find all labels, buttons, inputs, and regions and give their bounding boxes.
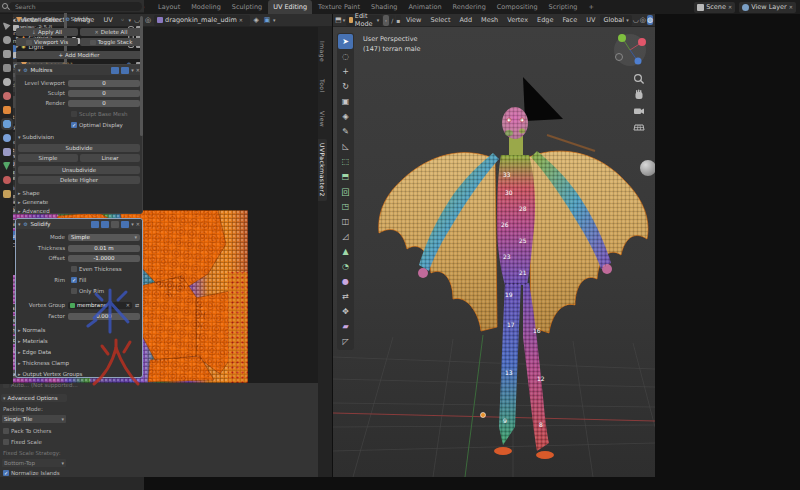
perspective-toggle-icon[interactable] [633, 121, 645, 133]
proportional-editing-icon[interactable]: ◎ [640, 15, 646, 25]
normalize-islands-checkbox[interactable]: ✓Normalize Islands [0, 470, 60, 476]
spin-tool[interactable]: ◔ [338, 259, 353, 274]
breadcrumb-modifier[interactable]: Solidify [71, 16, 91, 22]
tab-texture[interactable] [3, 190, 11, 198]
cursor-tool[interactable]: ◌ [338, 49, 353, 64]
normals-section[interactable]: ▸Normals [18, 326, 140, 334]
pack-to-others-checkbox[interactable]: Pack To Others [0, 428, 51, 434]
workspace-tab-uv-editing[interactable]: UV Editing [268, 0, 312, 14]
navigation-gizmo[interactable] [613, 33, 647, 67]
rim-fill-checkbox[interactable]: ✓Fill [68, 277, 86, 283]
display-render-toggle[interactable] [121, 221, 129, 228]
thickness-clamp-section[interactable]: ▸Thickness Clamp [18, 359, 140, 367]
mode-dropdown[interactable]: Edit Mode ▾ [346, 15, 382, 26]
tab-render[interactable] [3, 36, 11, 44]
level-viewport-field[interactable]: 0 [68, 80, 140, 87]
pan-hand-icon[interactable] [633, 89, 645, 101]
tab-constraints[interactable] [3, 148, 11, 156]
viewport-canvas[interactable]: 33 30 28 26 25 23 21 19 17 16 13 12 9 8 [333, 27, 655, 477]
workspace-tab-compositing[interactable]: Compositing [492, 0, 543, 14]
viewport-vis-button[interactable]: Viewport Vis [16, 38, 78, 46]
advanced-options-header[interactable]: ▾Advanced Options [1, 394, 67, 402]
rotate-tool[interactable]: ↻ [338, 79, 353, 94]
unlink-scene-icon[interactable]: ✕ [728, 5, 732, 10]
select-mode-face-button[interactable]: ▪ [396, 15, 401, 26]
transform-tool[interactable]: ◈ [338, 109, 353, 124]
advanced-section[interactable]: ▸Advanced [18, 207, 140, 215]
camera-view-icon[interactable] [633, 105, 645, 117]
scene-selector[interactable]: Scene ✕ [694, 2, 735, 13]
vp-menu-view[interactable]: View [402, 16, 425, 24]
select-mode-vertex-button[interactable]: · [383, 15, 388, 26]
materials-section[interactable]: ▸Materials [18, 337, 140, 345]
transform-orientation-dropdown[interactable]: Global ▾ [600, 15, 631, 26]
unsubdivide-button[interactable]: Unsubdivide [18, 166, 140, 174]
workspace-tab-modeling[interactable]: Modeling [186, 0, 226, 14]
image-settings-icon[interactable]: ▣ [262, 15, 272, 25]
unlink-image-icon[interactable]: ✕ [239, 18, 243, 23]
offset-field[interactable]: -1.0000 [68, 255, 140, 262]
multires-header[interactable]: ▾ ⚙ Multires ▾ ✕ [16, 65, 142, 75]
edit-mode-toggle[interactable] [91, 221, 99, 228]
extrude-region-tool[interactable]: ⬒ [338, 169, 353, 184]
vp-menu-face[interactable]: Face [558, 16, 581, 24]
sidebar-tab-image[interactable]: Image [318, 37, 327, 66]
subdivide-simple-button[interactable]: Simple [18, 154, 78, 162]
solidify-header[interactable]: ▾ ⚙ Solidify ▾ ✕ [16, 219, 142, 229]
add-workspace-button[interactable]: + [583, 0, 598, 14]
delete-higher-button[interactable]: Delete Higher [18, 176, 140, 184]
editor-type-3d-icon[interactable]: ⬒ [335, 15, 342, 25]
scale-tool[interactable]: ▣ [338, 94, 353, 109]
remove-view-layer-icon[interactable]: ✕ [789, 5, 793, 10]
knife-tool[interactable]: ◿ [338, 229, 353, 244]
extras-menu-icon[interactable]: ▾ [131, 222, 134, 227]
generate-section[interactable]: ▸Generate [18, 198, 140, 206]
packing-mode-dropdown[interactable]: Single Tile▾ [2, 415, 66, 423]
tab-world[interactable] [3, 92, 11, 100]
edge-data-section[interactable]: ▸Edge Data [18, 348, 140, 356]
tab-tool[interactable] [3, 22, 11, 30]
shear-tool[interactable]: ▰ [338, 319, 353, 334]
display-viewport-toggle[interactable] [111, 67, 119, 74]
display-viewport-toggle[interactable] [111, 221, 119, 228]
tweak-tool[interactable]: ➤ [338, 34, 353, 49]
snap-magnet-icon[interactable]: ◡ [633, 15, 639, 25]
add-modifier-button[interactable]: +Add Modifier [16, 51, 142, 59]
tab-material[interactable] [3, 176, 11, 184]
properties-search-input[interactable] [9, 2, 142, 11]
proportional-editing-icon[interactable]: ◎ [143, 15, 153, 25]
tab-modifiers[interactable] [3, 120, 11, 128]
vp-menu-edge[interactable]: Edge [533, 16, 557, 24]
zoom-icon[interactable] [633, 73, 645, 85]
even-thickness-checkbox[interactable]: Even Thickness [68, 266, 122, 272]
optimal-display-checkbox[interactable]: ✓Optimal Display [68, 122, 123, 128]
fixed-scale-checkbox[interactable]: Fixed Scale [0, 439, 42, 445]
measure-tool[interactable]: ◺ [338, 139, 353, 154]
output-vertex-groups-section[interactable]: ▸Output Vertex Groups [18, 370, 140, 378]
vertex-group-field[interactable]: membrane ✕ [68, 302, 132, 309]
render-level-field[interactable]: 0 [68, 100, 140, 107]
image-datablock-selector[interactable]: dragonkin_male_udim ✕ [154, 15, 250, 26]
only-rim-checkbox[interactable]: Only Rim [68, 288, 104, 294]
tab-output[interactable] [3, 50, 11, 58]
edge-slide-tool[interactable]: ⇄ [338, 289, 353, 304]
workspace-tab-rendering[interactable]: Rendering [448, 0, 491, 14]
workspace-tab-animation[interactable]: Animation [403, 0, 446, 14]
sidebar-tab-tool[interactable]: Tool [318, 75, 327, 97]
vp-menu-add[interactable]: Add [455, 16, 476, 24]
sculpt-level-field[interactable]: 0 [68, 90, 140, 97]
tab-view-layer[interactable] [3, 64, 11, 72]
tab-object-data[interactable] [3, 162, 11, 170]
extras-menu-icon[interactable]: ▾ [131, 68, 134, 73]
close-icon[interactable]: ✕ [136, 222, 140, 227]
sidebar-tab-view[interactable]: View [318, 107, 327, 131]
vp-menu-mesh[interactable]: Mesh [477, 16, 502, 24]
tab-object[interactable] [3, 106, 11, 114]
view-layer-selector[interactable]: View Layer ✕ [739, 2, 796, 13]
loop-cut-tool[interactable]: ◫ [338, 214, 353, 229]
toggle-stack-button[interactable]: Toggle Stack [80, 38, 142, 46]
breadcrumb-object[interactable]: terran male [24, 16, 56, 22]
display-render-toggle[interactable] [121, 67, 129, 74]
mode-dropdown[interactable]: Simple▾ [68, 234, 140, 241]
factor-field[interactable]: 0.000 [68, 313, 140, 320]
